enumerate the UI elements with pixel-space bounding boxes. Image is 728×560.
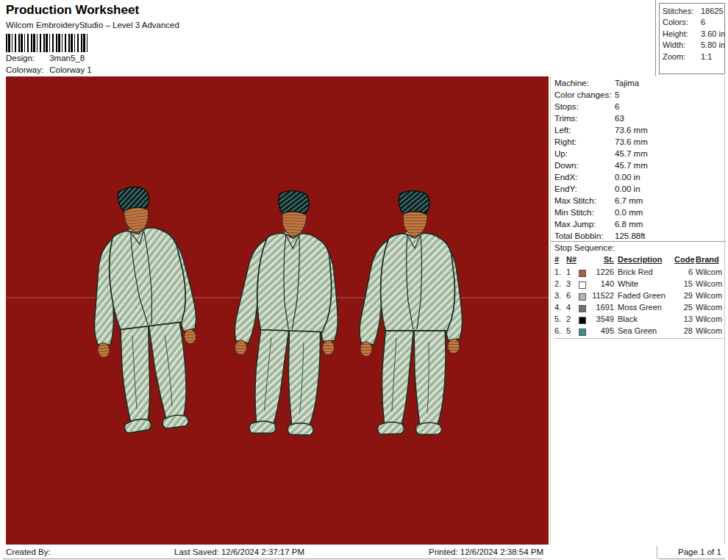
- col-header-brand: Brand: [696, 255, 725, 264]
- stat-height: Height:3.60 in: [663, 29, 724, 40]
- left-row: Left:73.6 mm: [554, 126, 648, 135]
- color-changes-row: Color changes:5: [554, 90, 619, 100]
- stat-zoom: Zoom:1:1: [663, 51, 724, 62]
- stat-colors: Colors:6: [663, 17, 724, 28]
- last-saved-text: Last Saved: 12/6/2024 2:37:17 PM: [174, 548, 304, 556]
- panel-divider: [551, 241, 726, 242]
- design-label: Design:: [6, 54, 47, 62]
- printed-text: Printed: 12/6/2024 2:38:54 PM: [429, 548, 543, 556]
- stops-row: Stops:6: [554, 102, 619, 112]
- col-header-n: N#: [566, 255, 577, 264]
- page-title: Production Worksheet: [6, 3, 139, 18]
- stop-table-bottom-rule: [554, 338, 724, 339]
- embroidery-design-preview: [6, 76, 549, 545]
- barcode: [6, 34, 88, 52]
- design-canvas: [6, 76, 549, 545]
- colorway-value: Colorway 1: [49, 65, 92, 74]
- max-stitch-row: Max Stitch:6.7 mm: [554, 196, 643, 206]
- up-row: Up:45.7 mm: [554, 149, 648, 159]
- thread-swatch: [579, 305, 586, 312]
- stat-stitches: Stitches:18625: [663, 6, 724, 17]
- footer-rule-right: [659, 559, 725, 559]
- min-stitch-row: Min Stitch:0.0 mm: [554, 208, 643, 218]
- colorway-row: Colorway: Colorway 1: [6, 65, 92, 74]
- design-row: Design: 3man5_8: [6, 54, 85, 62]
- col-header-desc: Description: [618, 255, 675, 264]
- production-worksheet-page: Production Worksheet Wilcom EmbroiderySt…: [0, 0, 728, 560]
- stat-width: Width:5.80 in: [663, 40, 724, 51]
- suit-man-figure-2: [231, 189, 342, 436]
- machine-row: Machine:Tajima: [554, 79, 639, 88]
- created-by-label: Created By:: [6, 548, 51, 556]
- max-jump-row: Max Jump:6.8 mm: [554, 220, 643, 229]
- design-stats-box: Stitches:18625 Colors:6 Height:3.60 in W…: [659, 3, 725, 74]
- suit-man-figure-1: [78, 182, 210, 436]
- colorway-label: Colorway:: [6, 65, 47, 74]
- page-number: Page 1 of 1: [678, 548, 721, 556]
- thread-swatch: [579, 281, 586, 289]
- design-value: 3man5_8: [49, 54, 85, 62]
- header-divider: [655, 0, 656, 76]
- trims-row: Trims:63: [554, 114, 624, 123]
- col-header-st: St.: [588, 255, 614, 264]
- total-bobbin-row: Total Bobbin:125.88ft: [554, 231, 646, 241]
- endx-row: EndX:0.00 in: [554, 173, 640, 182]
- col-header-num: #: [554, 255, 565, 264]
- thread-swatch: [579, 317, 586, 324]
- app-subtitle: Wilcom EmbroideryStudio – Level 3 Advanc…: [6, 21, 179, 29]
- thread-swatch: [579, 293, 586, 301]
- right-row: Right:73.6 mm: [554, 137, 648, 147]
- down-row: Down:45.7 mm: [554, 161, 648, 170]
- machine-info-panel: Machine:Tajima Color changes:5 Stops:6 T…: [550, 76, 725, 545]
- stop-sequence-title: Stop Sequence:: [554, 243, 615, 252]
- footer-rule-left: [3, 559, 542, 559]
- thread-swatch: [579, 270, 586, 277]
- thread-swatch: [579, 329, 586, 336]
- suit-man-figure-3: [360, 191, 463, 435]
- endy-row: EndY:0.00 in: [554, 184, 640, 194]
- worksheet-footer: Created By: Last Saved: 12/6/2024 2:37:1…: [0, 545, 728, 560]
- footer-divider: [657, 546, 657, 559]
- col-header-code: Code: [674, 255, 693, 264]
